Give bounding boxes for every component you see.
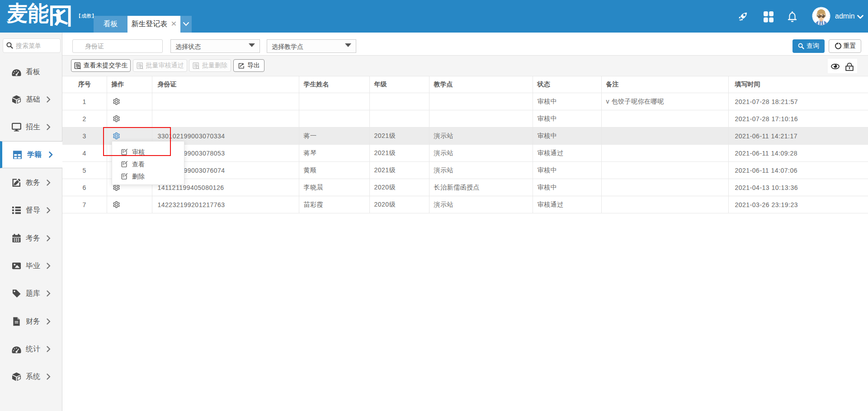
svg-text:麦能: 麦能: [6, 1, 49, 25]
